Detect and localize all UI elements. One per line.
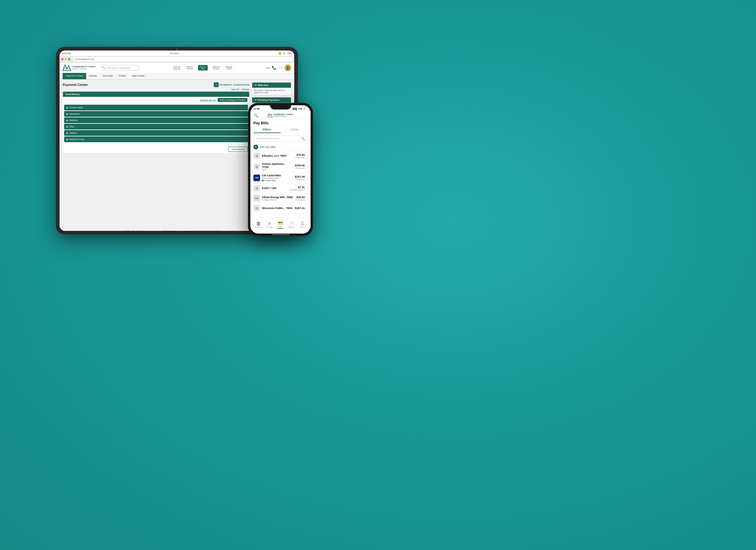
- tab-payment-center[interactable]: Payment Center: [63, 73, 86, 79]
- deposit-nav-label: Deposit: [288, 226, 295, 228]
- category-medical[interactable]: ▶ Medical: [64, 117, 248, 123]
- menu-nav-icon: ☰: [301, 221, 305, 226]
- biller-right-kohls: $7.31 Processed May 5: [289, 186, 305, 191]
- accounts-nav-icon: 🏦: [256, 221, 261, 226]
- pay-left-panel: Payment Center ✓ Payments Guaranteed How…: [63, 82, 249, 226]
- phone-tab-billers[interactable]: Billers: [253, 126, 281, 133]
- category-utilities[interactable]: ▶ Utilities: [64, 130, 248, 136]
- biller-status-ethoplex: Processed: [295, 156, 305, 158]
- phone-nav-accounts[interactable]: 🏦 Accounts: [253, 221, 264, 228]
- biller-right-ethoplex: $75.00 Processed: [295, 153, 305, 158]
- how-to-link[interactable]: How To?: [231, 88, 240, 90]
- close-window-dot[interactable]: [61, 58, 64, 60]
- phone-logo-name: Community First: [273, 113, 293, 116]
- phone-search-bar[interactable]: Search by biller name 🔍: [253, 135, 308, 141]
- biller-sub-alliant: Cottage Electric: [262, 199, 294, 201]
- nav-transfer[interactable]: Make a Transfer: [185, 65, 194, 70]
- biller-item-ethoplex[interactable]: 🏢 Ethoplex, LLC *3907 $75.00 Processed ›: [250, 151, 311, 161]
- biller-item-kohls[interactable]: 🏢 Kohl's *-353 $7.31 Processed May 5 ›: [250, 183, 311, 193]
- arrow-icon: ▶: [67, 119, 68, 122]
- phone-nav-transfer[interactable]: ⇄ Transfer: [264, 221, 275, 228]
- user-avatar[interactable]: 👤: [285, 64, 291, 71]
- phone-page-title: Pay Bills: [250, 119, 311, 126]
- svg-marker-2: [268, 113, 272, 117]
- biller-right-wps: $167.41: [295, 207, 305, 210]
- ebill-dot-icon: [262, 180, 264, 181]
- category-misc[interactable]: ▶ Misc.: [64, 124, 248, 129]
- phone-nav-pay[interactable]: 💳 Pay: [275, 220, 286, 229]
- nav-loan[interactable]: Apply for a Loan: [211, 65, 221, 70]
- phone-device: 11:06 ▌▌▌ LTE 🔋 🔍 Community First Credit…: [248, 103, 313, 236]
- mail-icon[interactable]: ✉️: [278, 66, 283, 70]
- bills-due-text: Reminders help you track when a payment …: [254, 89, 285, 93]
- phone-nav-deposit[interactable]: 📄 Deposit: [286, 221, 297, 228]
- phone-search-label: Search by biller name: [256, 137, 279, 140]
- phone-search-icon[interactable]: 🔍: [253, 113, 258, 118]
- payments-guaranteed-text: Payments Guaranteed: [220, 84, 249, 86]
- arrow-icon: ▶: [67, 113, 68, 115]
- expand-window-dot[interactable]: [68, 58, 70, 60]
- organize-list-link[interactable]: Organize My List: [200, 99, 216, 101]
- nav-accounts[interactable]: View my Accounts: [172, 65, 182, 70]
- category-insurance[interactable]: ▶ Insurance: [64, 111, 248, 117]
- phone-home-indicator[interactable]: [272, 234, 290, 235]
- phone-tabs: Billers Activity: [250, 126, 311, 133]
- more-options-icon[interactable]: •••: [266, 66, 270, 70]
- logo-text-block: Community First Credit Union: [72, 66, 96, 70]
- nav-accounts-sub: Accounts: [173, 68, 181, 70]
- chevron-right-icon: ›: [307, 197, 308, 200]
- phone-logo[interactable]: Community First Credit Union: [268, 113, 293, 118]
- pay-header-row: Payment Center ✓ Payments Guaranteed: [63, 82, 249, 87]
- nav-bills[interactable]: Pay my Bills: [198, 65, 208, 70]
- phone-logo-icon: [268, 113, 272, 117]
- search-placeholder-text: What are you looking for?: [106, 67, 130, 69]
- biller-icon-kohls: 🏢: [253, 185, 260, 191]
- send-money-submit-button[interactable]: Send Money: [228, 147, 248, 152]
- tab-help-center[interactable]: Help Center: [129, 73, 148, 79]
- footer-contact-text: Bill Pay Member Service can be reached a…: [125, 230, 229, 231]
- add-biller-row[interactable]: + Add new biller: [250, 143, 311, 151]
- category-credit-cards-label: Credit Cards: [69, 106, 83, 109]
- category-credit-cards[interactable]: ▶ Credit Cards: [64, 105, 248, 110]
- tab-accounts[interactable]: Accounts: [100, 73, 116, 79]
- category-default-group[interactable]: ▶ Default Group: [64, 136, 248, 142]
- tablet-status-right: 📶 🔋 75%: [279, 52, 292, 55]
- tablet-time: 8:19 AM: [62, 52, 71, 55]
- arrow-icon: ▶: [67, 106, 68, 109]
- search-icon: 🔍: [102, 67, 105, 69]
- settings-link[interactable]: Settings: [242, 88, 249, 90]
- biller-status-kohls: Processed May 5: [289, 189, 305, 191]
- site-search-bar[interactable]: 🔍 What are you looking for?: [100, 65, 139, 70]
- send-money-header: Send Money: [63, 92, 249, 97]
- tab-activity[interactable]: Activity: [86, 73, 100, 79]
- tablet-date: Fri Jul 2: [170, 52, 179, 55]
- biller-item-wps[interactable]: 🏢 Wisconsin Public... *0001 $167.41 ›: [250, 203, 311, 213]
- phone-tab-activity[interactable]: Activity: [281, 126, 308, 133]
- biller-item-anchor[interactable]: 🏢 Anchor Apartmen... *#105 Rent $700.00 …: [250, 161, 311, 172]
- biller-icon-anchor: 🏢: [253, 163, 260, 170]
- pending-header[interactable]: ▼ Pending Payments: [252, 97, 291, 102]
- add-company-button[interactable]: Add a Company or Person: [218, 98, 248, 102]
- category-default-group-label: Default Group: [69, 138, 84, 141]
- tab-profile[interactable]: Profile: [116, 73, 129, 79]
- biller-icon-wps: 🏢: [253, 205, 260, 211]
- phone-time: 11:06: [253, 107, 259, 110]
- biller-item-citi[interactable]: citi Citi Cards*0903 AAdvantage Card Act…: [250, 172, 311, 183]
- phone-icon[interactable]: 📞: [272, 66, 276, 70]
- phone-logo-subtitle: Credit Union: [273, 115, 293, 117]
- biller-amount-wps: $167.41: [295, 207, 305, 210]
- phone-status-right: ▌▌▌ LTE 🔋: [293, 107, 306, 110]
- biller-item-alliant[interactable]: A.E. Alliant Energy WPL *6580 Cottage El…: [250, 193, 311, 203]
- nav-users[interactable]: Manage Users: [225, 65, 234, 70]
- tab-profile-label: Profile: [119, 74, 126, 77]
- accounts-nav-label: Accounts: [255, 226, 262, 228]
- phone-nav-menu[interactable]: ☰ Menu: [297, 221, 308, 228]
- minimize-window-dot[interactable]: [65, 58, 67, 60]
- chevron-right-icon: ›: [307, 176, 308, 179]
- site-logo[interactable]: Community First Credit Union: [63, 64, 96, 71]
- nav-users-sub: Users: [226, 68, 233, 70]
- phone-bottom-nav: 🏦 Accounts ⇄ Transfer 💳 Pay 📄 Deposit ☰ …: [253, 218, 308, 231]
- url-bar[interactable]: communityfirstcu.org: [73, 57, 292, 61]
- biller-right-citi: $141.94 Processed: [295, 175, 305, 180]
- bills-due-header[interactable]: ▼ Bills Due: [252, 83, 291, 88]
